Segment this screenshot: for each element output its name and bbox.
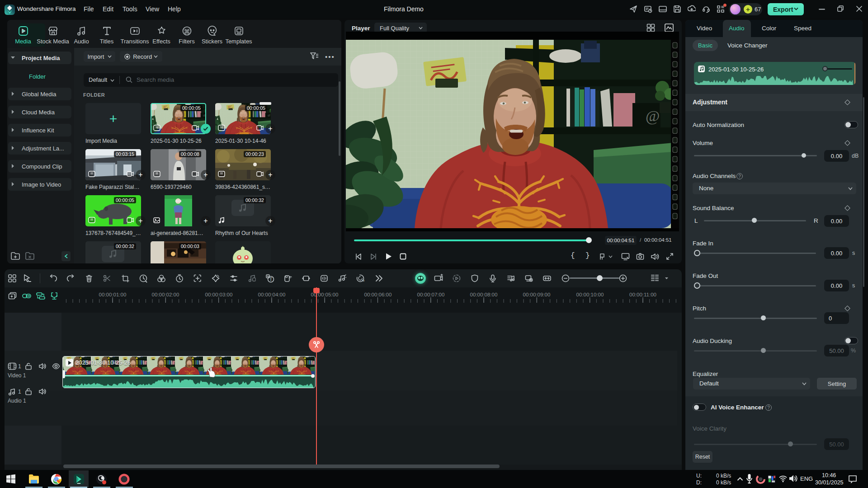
svg-text:AI: AI: [362, 279, 364, 282]
